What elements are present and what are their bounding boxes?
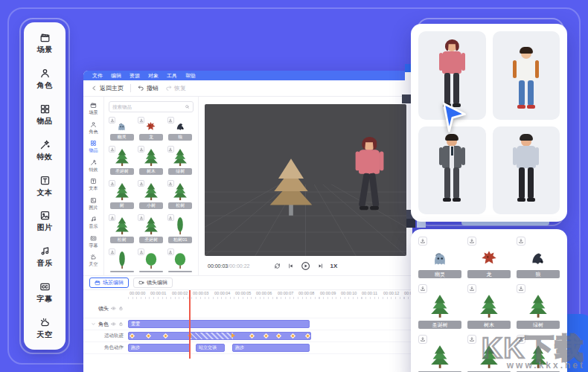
asset-card-ghost[interactable]: 幽灵 bbox=[418, 237, 461, 278]
asset-card-bush[interactable] bbox=[167, 248, 194, 272]
character-card-suit-man[interactable] bbox=[418, 126, 486, 215]
asset-card-dragon[interactable]: 龙 bbox=[138, 117, 164, 141]
asset-card-tree[interactable] bbox=[467, 335, 511, 372]
lock-icon[interactable] bbox=[118, 321, 124, 327]
redo-button[interactable]: 恢复 bbox=[165, 84, 186, 92]
download-icon[interactable] bbox=[138, 214, 144, 221]
download-icon[interactable] bbox=[418, 335, 427, 344]
download-icon[interactable] bbox=[109, 180, 115, 187]
menu-object[interactable]: 对象 bbox=[148, 72, 159, 80]
inner-sidebar-music[interactable]: 音乐 bbox=[89, 216, 98, 230]
character-track[interactable]: 雯雯 bbox=[128, 318, 412, 330]
asset-card-tree[interactable]: 圣诞树 bbox=[418, 284, 461, 329]
eye-icon[interactable] bbox=[111, 321, 116, 327]
action-clip-run[interactable]: 跑步 bbox=[128, 344, 191, 352]
asset-card-tree[interactable]: 圣诞树 bbox=[109, 146, 135, 175]
download-icon[interactable] bbox=[517, 335, 525, 344]
download-icon[interactable] bbox=[418, 237, 427, 246]
asset-card-cypress[interactable]: 柏树01 bbox=[167, 214, 194, 243]
sidebar-item-scene[interactable]: 场景 bbox=[24, 32, 65, 55]
inner-sidebar-character[interactable]: 角色 bbox=[89, 121, 98, 135]
asset-card-tree[interactable]: 树木 bbox=[138, 146, 164, 175]
download-icon[interactable] bbox=[418, 284, 427, 293]
sidebar-item-sky[interactable]: 天空 bbox=[24, 317, 65, 340]
download-icon[interactable] bbox=[138, 146, 144, 153]
download-icon[interactable] bbox=[467, 284, 476, 293]
keyframe-arrow-right[interactable] bbox=[231, 333, 235, 338]
search-input[interactable] bbox=[112, 104, 182, 109]
sidebar-item-text[interactable]: 文本 bbox=[24, 175, 65, 198]
sidebar-item-character[interactable]: 角色 bbox=[24, 68, 65, 91]
asset-card-wolf[interactable]: 狼 bbox=[517, 237, 560, 278]
sidebar-item-music[interactable]: 音乐 bbox=[24, 246, 65, 269]
character-card-boy[interactable] bbox=[493, 31, 560, 120]
action-clip-run[interactable]: 跑步 bbox=[232, 344, 310, 352]
inner-sidebar-image[interactable]: 图片 bbox=[89, 197, 98, 211]
inner-sidebar-text[interactable]: 文本 bbox=[89, 178, 98, 192]
download-icon[interactable] bbox=[167, 146, 174, 153]
download-icon[interactable] bbox=[517, 284, 525, 293]
download-icon[interactable] bbox=[167, 248, 174, 255]
character-model-woman[interactable] bbox=[355, 137, 384, 217]
asset-card-wolf[interactable]: 狼 bbox=[167, 117, 194, 141]
download-icon[interactable] bbox=[138, 117, 144, 124]
asset-card-tree[interactable]: 绿树 bbox=[167, 146, 194, 175]
speed-toggle[interactable]: 1X bbox=[330, 263, 338, 269]
asset-card-tree[interactable] bbox=[418, 335, 461, 372]
asset-card-tree[interactable]: 松树 bbox=[109, 214, 135, 243]
play-button[interactable] bbox=[301, 261, 310, 271]
3d-viewport[interactable] bbox=[205, 104, 406, 256]
sidebar-item-image[interactable]: 图片 bbox=[24, 210, 65, 233]
camera-track[interactable] bbox=[128, 299, 412, 318]
download-icon[interactable] bbox=[138, 248, 144, 255]
menu-file[interactable]: 文件 bbox=[92, 72, 103, 80]
character-card-shirt-man[interactable] bbox=[493, 126, 560, 215]
asset-card-tree[interactable] bbox=[517, 335, 560, 372]
asset-card-dragon[interactable]: 龙 bbox=[467, 237, 511, 278]
download-icon[interactable] bbox=[167, 214, 174, 221]
menu-resources[interactable]: 资源 bbox=[130, 72, 140, 80]
download-icon[interactable] bbox=[109, 146, 115, 153]
action-track[interactable]: 跑步 站立交谈 跑步 bbox=[128, 342, 412, 353]
brown-tree-model[interactable] bbox=[266, 150, 316, 222]
download-icon[interactable] bbox=[138, 180, 144, 187]
menu-tools[interactable]: 工具 bbox=[167, 72, 177, 80]
inner-sidebar-items[interactable]: 物品 bbox=[89, 140, 98, 154]
download-icon[interactable] bbox=[167, 117, 174, 124]
asset-card-tree[interactable]: 圣诞树 bbox=[138, 214, 164, 243]
download-icon[interactable] bbox=[109, 117, 115, 124]
motion-clip[interactable] bbox=[128, 332, 311, 340]
tab-camera-edit[interactable]: 镜头编辑 bbox=[133, 278, 173, 288]
asset-card-tree[interactable]: 树木 bbox=[467, 284, 511, 329]
chevron-down-icon[interactable] bbox=[91, 321, 96, 327]
download-icon[interactable] bbox=[467, 237, 476, 246]
next-frame-icon[interactable] bbox=[317, 263, 324, 269]
playhead[interactable] bbox=[189, 290, 191, 359]
previous-frame-icon[interactable] bbox=[287, 263, 294, 269]
tab-scene-edit[interactable]: 场景编辑 bbox=[89, 278, 129, 288]
action-clip-talk[interactable]: 站立交谈 bbox=[196, 344, 225, 352]
back-home-button[interactable]: 返回主页 bbox=[91, 84, 124, 92]
sidebar-item-effects[interactable]: 特效 bbox=[24, 139, 65, 162]
eye-icon[interactable] bbox=[111, 306, 116, 311]
sidebar-item-subtitle[interactable]: 字幕 bbox=[24, 281, 65, 304]
asset-card-ghost[interactable]: 幽灵 bbox=[109, 117, 135, 141]
lock-icon[interactable] bbox=[118, 306, 124, 311]
motion-track[interactable] bbox=[128, 330, 412, 341]
download-icon[interactable] bbox=[109, 214, 115, 221]
menu-edit[interactable]: 编辑 bbox=[111, 72, 121, 80]
inner-sidebar-effects[interactable]: 特效 bbox=[89, 159, 98, 173]
download-icon[interactable] bbox=[517, 237, 525, 246]
undo-button[interactable]: 撤销 bbox=[138, 84, 159, 92]
sidebar-item-items[interactable]: 物品 bbox=[24, 103, 65, 126]
asset-card-tree[interactable]: 松树 bbox=[167, 180, 194, 209]
download-icon[interactable] bbox=[167, 180, 174, 187]
inner-sidebar-sky[interactable]: 天空 bbox=[89, 254, 98, 268]
loop-icon[interactable] bbox=[274, 263, 281, 269]
asset-card-tree[interactable]: 树 bbox=[109, 180, 135, 209]
menu-help[interactable]: 帮助 bbox=[185, 72, 196, 80]
character-clip[interactable]: 雯雯 bbox=[128, 320, 310, 328]
timeline-ruler[interactable]: 00:00:00 00:00:01 00:00:02 00:00:03 00:0… bbox=[128, 290, 412, 299]
download-icon[interactable] bbox=[109, 248, 115, 255]
asset-card-tree[interactable]: 小树 bbox=[138, 180, 164, 209]
